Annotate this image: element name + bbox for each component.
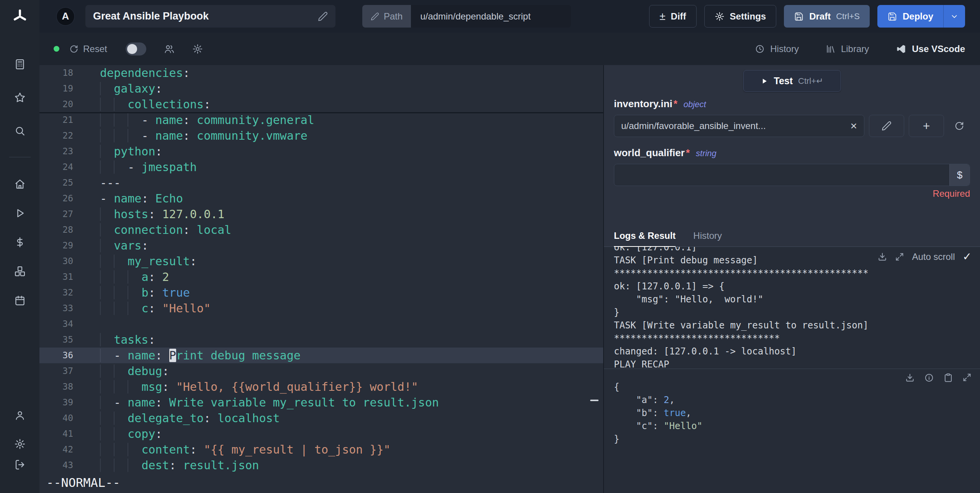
diff-mode-toggle[interactable] [126, 42, 146, 56]
code-editor[interactable]: 18dependencies:19 galaxy:20 collections:… [39, 65, 603, 493]
clear-resource-icon[interactable]: × [845, 120, 857, 132]
code-line[interactable]: 23 python: [39, 144, 603, 159]
arg-name: inventory.ini [614, 98, 672, 110]
world-qualifier-input-row: $ [614, 164, 970, 186]
edit-resource-button[interactable] [869, 115, 904, 137]
line-number: 36 [39, 348, 73, 363]
code-line[interactable]: 36 - name: Print debug message [39, 348, 603, 363]
star-icon [14, 92, 26, 103]
windmill-logo[interactable] [12, 0, 28, 33]
add-resource-button[interactable]: + [909, 115, 944, 137]
library-button[interactable]: Library [826, 44, 869, 54]
code-line[interactable]: 26- name: Echo [39, 191, 603, 206]
code-line[interactable]: 30 my_result: [39, 253, 603, 269]
code-line[interactable]: 21 - name: community.general [39, 112, 603, 128]
tab-history[interactable]: History [693, 230, 722, 246]
code-line[interactable]: 22 - name: community.vmware [39, 128, 603, 144]
editor-toolbar: Reset History Library [39, 33, 980, 65]
code-line[interactable]: 28 connection: local [39, 222, 603, 238]
edit-title-pencil-icon[interactable] [318, 11, 328, 21]
download-icon[interactable] [905, 373, 915, 383]
expand-icon[interactable] [895, 252, 904, 261]
diff-button[interactable]: ± Diff [649, 5, 696, 28]
path-chip[interactable]: Path [362, 5, 411, 28]
test-button[interactable]: Test Ctrl+↵ [743, 70, 841, 92]
code-line[interactable]: 18dependencies: [39, 65, 603, 81]
code-line[interactable]: 35 tasks: [39, 332, 603, 348]
sidebar-item-workspace-settings[interactable] [11, 435, 29, 453]
settings-button-label: Settings [730, 11, 766, 22]
calculator-icon [14, 59, 26, 70]
code-line[interactable]: 20 collections: [39, 96, 603, 112]
insert-variable-button[interactable]: $ [949, 164, 970, 186]
download-icon[interactable] [877, 252, 887, 262]
code-line[interactable]: 24 - jmespath [39, 159, 603, 175]
code-line[interactable]: 32 b: true [39, 285, 603, 300]
inventory-resource-input[interactable]: u/admin/favorable_ansible_invent... × [614, 115, 864, 137]
code-line[interactable]: 37 debug: [39, 363, 603, 379]
deploy-dropdown-button[interactable] [943, 5, 965, 28]
log-line: changed: [127.0.0.1 -> localhost] [614, 345, 970, 358]
path-group[interactable]: Path u/admin/dependable_script [362, 5, 571, 28]
code-line[interactable]: 19 galaxy: [39, 81, 603, 96]
sidebar-item-variables[interactable] [11, 233, 29, 251]
reset-button[interactable]: Reset [69, 44, 107, 54]
left-sidebar [0, 0, 39, 493]
code-line[interactable]: 39 - name: Write variable my_result to r… [39, 395, 603, 410]
sidebar-item-home[interactable] [11, 175, 29, 193]
code-line[interactable]: 29 vars: [39, 238, 603, 253]
code-line[interactable]: 43 dest: result.json [39, 457, 603, 473]
result-line: "c": "Hello" [614, 420, 970, 433]
windmill-logo-icon [12, 8, 28, 24]
editor-settings-button[interactable] [192, 44, 203, 54]
plus-icon: + [923, 120, 930, 132]
code-line[interactable]: 38 msg: "Hello, {{world_qualifier}} worl… [39, 379, 603, 395]
sidebar-item-account[interactable] [11, 406, 29, 424]
sidebar-item-search[interactable] [11, 122, 29, 140]
draft-button[interactable]: Draft Ctrl+S [784, 5, 870, 28]
edit-path-pencil-icon [371, 12, 379, 21]
sidebar-item-apps[interactable] [11, 55, 29, 73]
refresh-resource-button[interactable] [949, 115, 970, 137]
home-icon [14, 178, 26, 190]
sidebar-item-resources[interactable] [11, 262, 29, 281]
code-line[interactable]: 42 content: "{{ my_result | to_json }}" [39, 442, 603, 457]
code-line[interactable]: 41 copy: [39, 426, 603, 442]
code-line[interactable]: 34 [39, 316, 603, 332]
copy-icon[interactable] [943, 373, 953, 383]
collaborators-button[interactable] [164, 44, 175, 54]
world-qualifier-input[interactable] [614, 164, 949, 186]
scrollbar-marker[interactable] [590, 400, 599, 401]
code-line[interactable]: 31 a: 2 [39, 269, 603, 285]
line-number: 21 [39, 112, 73, 128]
history-button[interactable]: History [755, 44, 799, 54]
vim-mode-indicator: --NORMAL-- [46, 475, 132, 491]
sidebar-item-runs[interactable] [11, 204, 29, 222]
tab-logs-and-result[interactable]: Logs & Result [614, 230, 676, 247]
line-number: 18 [39, 65, 73, 81]
library-label: Library [841, 44, 869, 54]
script-title-box[interactable]: Great Ansible Playbook [85, 5, 335, 28]
sidebar-item-favorites[interactable] [11, 88, 29, 107]
auto-scroll-checkbox[interactable]: ✓ [963, 251, 972, 262]
inventory-resource-value: u/admin/favorable_ansible_invent... [621, 121, 845, 131]
chevron-down-icon [950, 12, 959, 21]
use-vscode-button[interactable]: Use VScode [896, 44, 965, 54]
sidebar-item-logout[interactable] [11, 455, 29, 474]
avatar[interactable]: A [56, 7, 75, 26]
code-line[interactable]: 33 c: "Hello" [39, 300, 603, 316]
log-line: } [614, 306, 970, 319]
sidebar-item-schedules[interactable] [11, 291, 29, 310]
code-line[interactable]: 27 hosts: 127.0.0.1 [39, 206, 603, 222]
log-line: TASK [Write variable my_result to result… [614, 319, 970, 332]
calendar-icon [14, 295, 26, 306]
gear-icon [14, 438, 26, 450]
info-icon[interactable] [924, 373, 934, 383]
code-line[interactable]: 40 delegate_to: localhost [39, 410, 603, 426]
log-section: ok: [127.0.0.1]TASK [Print debug message… [604, 247, 980, 369]
code-line[interactable]: 25--- [39, 175, 603, 191]
draft-button-label: Draft [809, 11, 831, 22]
settings-button[interactable]: Settings [704, 5, 777, 28]
expand-icon[interactable] [962, 373, 972, 382]
deploy-button[interactable]: Deploy [877, 5, 943, 28]
